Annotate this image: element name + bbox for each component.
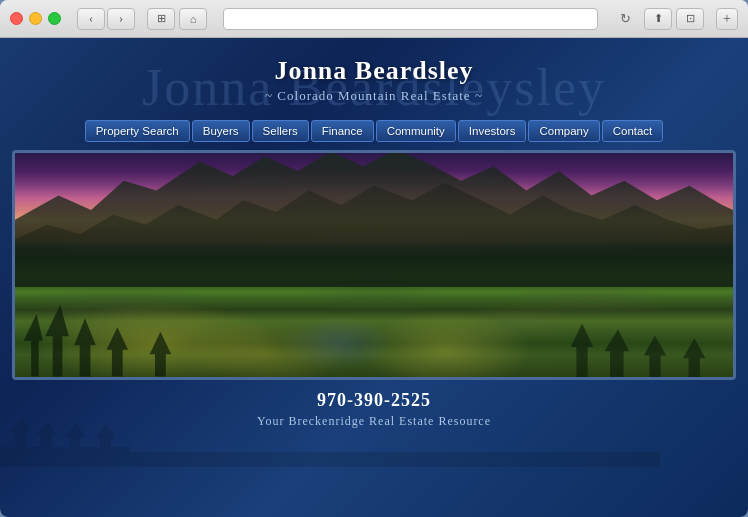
nav-item-investors[interactable]: Investors bbox=[458, 120, 527, 142]
navigation-buttons: ‹ › bbox=[77, 8, 135, 30]
svg-marker-3 bbox=[554, 323, 734, 377]
website-content: Jonna Beardsleysley Jonna Beardsley ~ Co… bbox=[0, 38, 748, 517]
hero-image bbox=[15, 153, 733, 377]
nav-item-property-search[interactable]: Property Search bbox=[85, 120, 190, 142]
address-bar[interactable] bbox=[223, 8, 598, 30]
site-subtitle: ~ Colorado Mountain Real Estate ~ bbox=[0, 88, 748, 104]
tree-svg-right bbox=[554, 299, 734, 377]
browser-window: ‹ › ⊞ ⌂ ↻ ⬆ ⊡ + bbox=[0, 0, 748, 517]
share-button[interactable]: ⬆ bbox=[644, 8, 672, 30]
back-button[interactable]: ‹ bbox=[77, 8, 105, 30]
site-footer: 970-390-2525 Your Breckenridge Real Esta… bbox=[0, 380, 748, 441]
browser-icons: ⊞ ⌂ bbox=[147, 8, 207, 30]
hero-image-container bbox=[12, 150, 736, 380]
site-header: Jonna Beardsley ~ Colorado Mountain Real… bbox=[0, 38, 748, 116]
nav-item-community[interactable]: Community bbox=[376, 120, 456, 142]
title-bar: ‹ › ⊞ ⌂ ↻ ⬆ ⊡ + bbox=[0, 0, 748, 38]
tagline: Your Breckenridge Real Estate Resource bbox=[0, 414, 748, 429]
new-tab-button[interactable]: + bbox=[716, 8, 738, 30]
home-icon[interactable]: ⌂ bbox=[179, 8, 207, 30]
close-button[interactable] bbox=[10, 12, 23, 25]
pages-icon[interactable]: ⊞ bbox=[147, 8, 175, 30]
phone-number: 970-390-2525 bbox=[0, 390, 748, 411]
maximize-button[interactable] bbox=[48, 12, 61, 25]
nav-item-contact[interactable]: Contact bbox=[602, 120, 664, 142]
nav-item-company[interactable]: Company bbox=[528, 120, 599, 142]
refresh-button[interactable]: ↻ bbox=[614, 8, 636, 30]
traffic-lights bbox=[10, 12, 61, 25]
tab-overview-button[interactable]: ⊡ bbox=[676, 8, 704, 30]
forward-button[interactable]: › bbox=[107, 8, 135, 30]
tree-svg-left bbox=[15, 287, 230, 377]
minimize-button[interactable] bbox=[29, 12, 42, 25]
mountain-svg bbox=[15, 150, 733, 287]
nav-bar: Property Search Buyers Sellers Finance C… bbox=[0, 116, 748, 150]
svg-marker-2 bbox=[15, 305, 230, 377]
nav-item-sellers[interactable]: Sellers bbox=[252, 120, 309, 142]
site-title: Jonna Beardsley bbox=[0, 56, 748, 86]
toolbar-right: ⬆ ⊡ bbox=[644, 8, 704, 30]
nav-item-buyers[interactable]: Buyers bbox=[192, 120, 250, 142]
nav-item-finance[interactable]: Finance bbox=[311, 120, 374, 142]
